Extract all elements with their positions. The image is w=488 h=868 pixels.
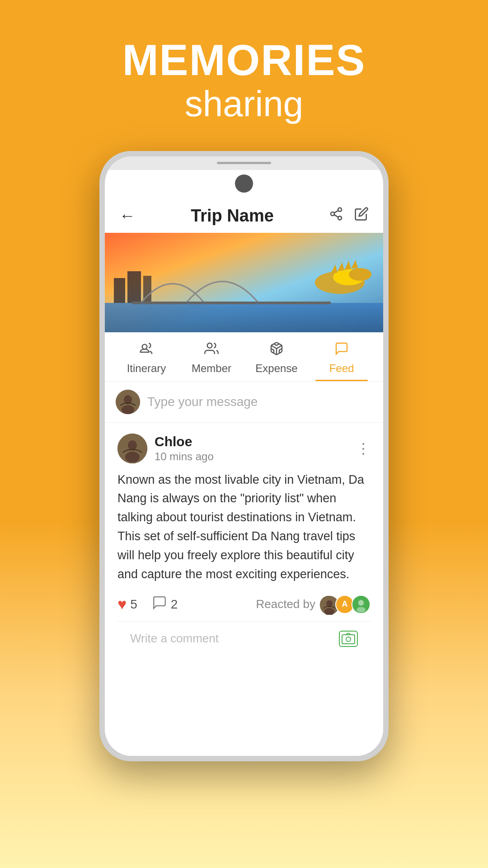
svg-line-3 xyxy=(334,215,338,217)
hero-subtitle: sharing xyxy=(122,84,366,124)
phone-camera xyxy=(235,175,253,193)
feed-icon xyxy=(334,341,349,359)
reactor-avatar-3 xyxy=(352,595,371,614)
svg-point-28 xyxy=(357,607,366,613)
phone-notch-line xyxy=(217,162,271,164)
post-header: Chloe 10 mins ago ⋮ xyxy=(117,434,371,463)
svg-point-24 xyxy=(326,600,333,607)
svg-rect-7 xyxy=(114,278,125,303)
write-comment-area: Write a comment xyxy=(117,622,371,656)
svg-rect-10 xyxy=(132,302,331,304)
phone-screen: ← Trip Name xyxy=(105,195,383,738)
phone-notch-bar xyxy=(105,156,383,170)
trip-name: Trip Name xyxy=(191,206,274,226)
phone-mockup: ← Trip Name xyxy=(99,151,389,761)
back-button[interactable]: ← xyxy=(119,206,136,225)
post-user-info: Chloe 10 mins ago xyxy=(117,434,214,463)
reacted-by-label: Reacted by xyxy=(256,597,315,611)
comment-group[interactable]: 2 xyxy=(152,595,178,614)
tab-feed-label: Feed xyxy=(329,362,354,375)
like-count: 5 xyxy=(130,597,137,612)
itinerary-icon xyxy=(139,341,154,359)
phone-bottom xyxy=(105,738,383,756)
tab-itinerary[interactable]: Itinerary xyxy=(114,332,179,381)
post-author-avatar xyxy=(117,434,147,463)
comment-icon xyxy=(152,595,167,614)
member-icon xyxy=(204,341,219,359)
post-timestamp: 10 mins ago xyxy=(155,450,214,463)
message-input-area: Type your message xyxy=(105,382,383,423)
svg-point-21 xyxy=(128,440,137,450)
edit-icon[interactable] xyxy=(354,207,369,225)
reacted-by-section: Reacted by A xyxy=(256,595,371,614)
current-user-avatar xyxy=(116,390,140,414)
svg-rect-29 xyxy=(342,635,355,644)
svg-point-13 xyxy=(349,268,371,281)
svg-point-15 xyxy=(207,343,212,348)
tab-expense[interactable]: Expense xyxy=(244,332,309,381)
post-author-details: Chloe 10 mins ago xyxy=(155,434,214,463)
svg-rect-6 xyxy=(105,303,383,332)
svg-rect-8 xyxy=(127,271,141,303)
post-author-name: Chloe xyxy=(155,434,214,449)
comment-input[interactable]: Write a comment xyxy=(130,632,219,646)
nav-actions xyxy=(329,207,369,225)
tab-feed[interactable]: Feed xyxy=(309,332,374,381)
tab-bar: Itinerary Member xyxy=(105,332,383,382)
tab-member-label: Member xyxy=(192,362,231,375)
tab-expense-label: Expense xyxy=(255,362,297,375)
top-nav: ← Trip Name xyxy=(105,195,383,233)
tab-itinerary-label: Itinerary xyxy=(127,362,166,375)
svg-point-14 xyxy=(142,344,147,349)
hero-title: MEMORIES xyxy=(122,36,366,84)
post-actions: ♥ 5 2 Reacted by xyxy=(117,595,371,622)
tab-member[interactable]: Member xyxy=(179,332,244,381)
svg-point-19 xyxy=(122,405,134,414)
message-input[interactable]: Type your message xyxy=(147,395,258,409)
trip-banner xyxy=(105,233,383,332)
image-upload-button[interactable] xyxy=(339,631,358,647)
expense-icon xyxy=(269,341,284,359)
svg-line-4 xyxy=(334,211,338,213)
svg-point-22 xyxy=(125,452,140,462)
post-menu-button[interactable]: ⋮ xyxy=(356,440,371,457)
hero-section: MEMORIES sharing xyxy=(122,0,366,151)
comment-count: 2 xyxy=(171,597,178,612)
reactor-avatars: A xyxy=(319,595,371,614)
svg-point-27 xyxy=(358,600,364,606)
like-icon: ♥ xyxy=(117,595,127,613)
svg-point-30 xyxy=(346,637,351,642)
share-icon[interactable] xyxy=(329,207,343,225)
post-body: Known as the most livable city in Vietna… xyxy=(117,471,371,584)
like-group[interactable]: ♥ 5 xyxy=(117,595,137,613)
feed-post: Chloe 10 mins ago ⋮ Known as the most li… xyxy=(105,423,383,667)
